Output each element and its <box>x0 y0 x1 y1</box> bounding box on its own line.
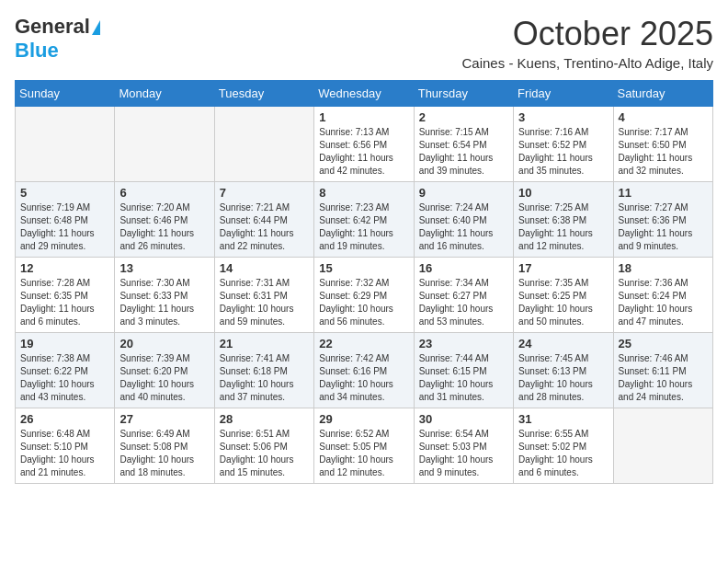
calendar-day-cell: 5Sunrise: 7:19 AMSunset: 6:48 PMDaylight… <box>16 182 115 258</box>
calendar-day-cell: 6Sunrise: 7:20 AMSunset: 6:46 PMDaylight… <box>115 182 214 258</box>
day-info: Sunrise: 6:52 AMSunset: 5:05 PMDaylight:… <box>319 428 408 479</box>
calendar-day-cell: 22Sunrise: 7:42 AMSunset: 6:16 PMDayligh… <box>314 333 414 408</box>
calendar-body: 1Sunrise: 7:13 AMSunset: 6:56 PMDaylight… <box>16 107 713 484</box>
day-number: 22 <box>319 337 408 350</box>
day-info: Sunrise: 6:54 AMSunset: 5:03 PMDaylight:… <box>419 428 508 479</box>
weekday-header-cell: Saturday <box>613 81 712 107</box>
calendar-day-cell: 28Sunrise: 6:51 AMSunset: 5:06 PMDayligh… <box>214 408 313 484</box>
day-info: Sunrise: 7:30 AMSunset: 6:33 PMDaylight:… <box>119 277 209 328</box>
calendar-day-cell: 29Sunrise: 6:52 AMSunset: 5:05 PMDayligh… <box>314 408 414 484</box>
weekday-header-cell: Monday <box>115 81 214 107</box>
calendar-day-cell: 17Sunrise: 7:35 AMSunset: 6:25 PMDayligh… <box>514 258 613 333</box>
calendar-day-cell: 31Sunrise: 6:55 AMSunset: 5:02 PMDayligh… <box>514 408 613 484</box>
day-number: 26 <box>20 412 109 426</box>
calendar-day-cell <box>613 408 712 484</box>
calendar-day-cell: 20Sunrise: 7:39 AMSunset: 6:20 PMDayligh… <box>115 333 214 408</box>
calendar-day-cell: 13Sunrise: 7:30 AMSunset: 6:33 PMDayligh… <box>115 258 214 333</box>
page-header: General Blue October 2025 Caines - Kuens… <box>15 15 713 71</box>
calendar-week-row: 1Sunrise: 7:13 AMSunset: 6:56 PMDaylight… <box>16 107 713 182</box>
calendar-day-cell: 15Sunrise: 7:32 AMSunset: 6:29 PMDayligh… <box>314 258 414 333</box>
day-info: Sunrise: 7:15 AMSunset: 6:54 PMDaylight:… <box>419 126 508 178</box>
weekday-header-cell: Friday <box>514 81 613 107</box>
day-info: Sunrise: 7:21 AMSunset: 6:44 PMDaylight:… <box>220 201 309 253</box>
day-number: 6 <box>119 186 209 200</box>
day-info: Sunrise: 7:42 AMSunset: 6:16 PMDaylight:… <box>319 352 408 404</box>
calendar-day-cell: 26Sunrise: 6:48 AMSunset: 5:10 PMDayligh… <box>16 408 115 484</box>
day-number: 24 <box>518 337 608 350</box>
day-info: Sunrise: 7:36 AMSunset: 6:24 PMDaylight:… <box>619 277 708 328</box>
weekday-header-cell: Sunday <box>16 81 115 107</box>
location-subtitle: Caines - Kuens, Trentino-Alto Adige, Ita… <box>462 55 713 71</box>
calendar-day-cell: 25Sunrise: 7:46 AMSunset: 6:11 PMDayligh… <box>613 333 712 408</box>
day-info: Sunrise: 7:45 AMSunset: 6:13 PMDaylight:… <box>518 352 608 404</box>
day-info: Sunrise: 7:34 AMSunset: 6:27 PMDaylight:… <box>419 277 508 328</box>
calendar-day-cell: 24Sunrise: 7:45 AMSunset: 6:13 PMDayligh… <box>514 333 613 408</box>
calendar-day-cell: 7Sunrise: 7:21 AMSunset: 6:44 PMDaylight… <box>214 182 313 258</box>
title-block: October 2025 Caines - Kuens, Trentino-Al… <box>462 15 713 71</box>
calendar-day-cell: 23Sunrise: 7:44 AMSunset: 6:15 PMDayligh… <box>414 333 513 408</box>
weekday-header-cell: Thursday <box>414 81 513 107</box>
weekday-header-cell: Wednesday <box>314 81 414 107</box>
day-number: 9 <box>419 186 508 200</box>
day-number: 11 <box>619 186 708 200</box>
calendar-day-cell: 12Sunrise: 7:28 AMSunset: 6:35 PMDayligh… <box>16 258 115 333</box>
calendar-week-row: 5Sunrise: 7:19 AMSunset: 6:48 PMDaylight… <box>16 182 713 258</box>
month-title: October 2025 <box>462 15 713 53</box>
day-number: 16 <box>419 261 508 275</box>
calendar-day-cell: 2Sunrise: 7:15 AMSunset: 6:54 PMDaylight… <box>414 107 513 182</box>
day-number: 13 <box>119 261 209 275</box>
day-info: Sunrise: 7:41 AMSunset: 6:18 PMDaylight:… <box>220 352 309 404</box>
calendar-day-cell: 3Sunrise: 7:16 AMSunset: 6:52 PMDaylight… <box>514 107 613 182</box>
day-number: 14 <box>220 261 309 275</box>
day-info: Sunrise: 7:31 AMSunset: 6:31 PMDaylight:… <box>220 277 309 328</box>
day-info: Sunrise: 7:28 AMSunset: 6:35 PMDaylight:… <box>20 277 109 328</box>
day-info: Sunrise: 6:49 AMSunset: 5:08 PMDaylight:… <box>119 428 209 479</box>
day-info: Sunrise: 7:35 AMSunset: 6:25 PMDaylight:… <box>518 277 608 328</box>
calendar-day-cell: 30Sunrise: 6:54 AMSunset: 5:03 PMDayligh… <box>414 408 513 484</box>
day-info: Sunrise: 6:51 AMSunset: 5:06 PMDaylight:… <box>220 428 309 479</box>
day-info: Sunrise: 7:13 AMSunset: 6:56 PMDaylight:… <box>319 126 408 178</box>
calendar-day-cell: 9Sunrise: 7:24 AMSunset: 6:40 PMDaylight… <box>414 182 513 258</box>
calendar-day-cell: 27Sunrise: 6:49 AMSunset: 5:08 PMDayligh… <box>115 408 214 484</box>
day-number: 1 <box>319 110 408 124</box>
day-info: Sunrise: 7:32 AMSunset: 6:29 PMDaylight:… <box>319 277 408 328</box>
weekday-header-row: SundayMondayTuesdayWednesdayThursdayFrid… <box>16 81 713 107</box>
logo-triangle-icon <box>92 20 100 35</box>
calendar-day-cell: 11Sunrise: 7:27 AMSunset: 6:36 PMDayligh… <box>613 182 712 258</box>
day-number: 8 <box>319 186 408 200</box>
day-info: Sunrise: 7:27 AMSunset: 6:36 PMDaylight:… <box>619 201 708 253</box>
day-number: 5 <box>20 186 109 200</box>
calendar-table: SundayMondayTuesdayWednesdayThursdayFrid… <box>15 80 713 484</box>
day-info: Sunrise: 7:16 AMSunset: 6:52 PMDaylight:… <box>518 126 608 178</box>
calendar-day-cell: 14Sunrise: 7:31 AMSunset: 6:31 PMDayligh… <box>214 258 313 333</box>
day-info: Sunrise: 7:39 AMSunset: 6:20 PMDaylight:… <box>119 352 209 404</box>
logo-general: General <box>15 15 90 39</box>
calendar-day-cell: 1Sunrise: 7:13 AMSunset: 6:56 PMDaylight… <box>314 107 414 182</box>
day-info: Sunrise: 6:48 AMSunset: 5:10 PMDaylight:… <box>20 428 109 479</box>
logo-blue: Blue <box>15 39 59 62</box>
day-number: 7 <box>220 186 309 200</box>
day-info: Sunrise: 7:17 AMSunset: 6:50 PMDaylight:… <box>619 126 708 178</box>
day-info: Sunrise: 7:38 AMSunset: 6:22 PMDaylight:… <box>20 352 109 404</box>
day-info: Sunrise: 7:44 AMSunset: 6:15 PMDaylight:… <box>419 352 508 404</box>
day-info: Sunrise: 7:25 AMSunset: 6:38 PMDaylight:… <box>518 201 608 253</box>
day-number: 23 <box>419 337 508 350</box>
day-number: 18 <box>619 261 708 275</box>
calendar-day-cell <box>16 107 115 182</box>
calendar-week-row: 12Sunrise: 7:28 AMSunset: 6:35 PMDayligh… <box>16 258 713 333</box>
day-number: 20 <box>119 337 209 350</box>
day-number: 31 <box>518 412 608 426</box>
calendar-day-cell <box>115 107 214 182</box>
day-number: 10 <box>518 186 608 200</box>
day-info: Sunrise: 7:19 AMSunset: 6:48 PMDaylight:… <box>20 201 109 253</box>
day-number: 30 <box>419 412 508 426</box>
calendar-day-cell: 21Sunrise: 7:41 AMSunset: 6:18 PMDayligh… <box>214 333 313 408</box>
day-number: 15 <box>319 261 408 275</box>
day-number: 29 <box>319 412 408 426</box>
day-info: Sunrise: 7:20 AMSunset: 6:46 PMDaylight:… <box>119 201 209 253</box>
logo: General Blue <box>15 15 100 63</box>
calendar-day-cell: 10Sunrise: 7:25 AMSunset: 6:38 PMDayligh… <box>514 182 613 258</box>
day-info: Sunrise: 7:24 AMSunset: 6:40 PMDaylight:… <box>419 201 508 253</box>
day-number: 27 <box>119 412 209 426</box>
calendar-day-cell: 19Sunrise: 7:38 AMSunset: 6:22 PMDayligh… <box>16 333 115 408</box>
